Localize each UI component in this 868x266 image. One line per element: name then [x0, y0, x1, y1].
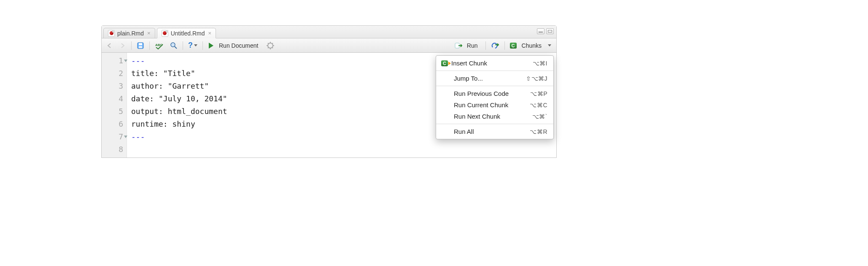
rerun-button[interactable] [489, 41, 501, 51]
separator [504, 41, 505, 50]
menu-item-shortcut: ⌥⌘C [530, 102, 547, 109]
window-controls [537, 28, 554, 34]
line-number: 1 [102, 54, 123, 67]
forward-button[interactable] [118, 41, 128, 51]
separator [131, 41, 132, 50]
menu-item[interactable]: Run All⌥⌘R [436, 126, 553, 137]
svg-text:ABC: ABC [155, 43, 163, 47]
back-button[interactable] [105, 41, 115, 51]
close-icon[interactable]: × [208, 30, 212, 36]
rmd-file-icon [108, 30, 115, 37]
minimize-button[interactable] [537, 28, 545, 34]
menu-item[interactable]: CInsert Chunk⌥⌘I [436, 57, 553, 69]
chevron-down-icon [194, 44, 197, 46]
close-icon[interactable]: × [147, 30, 151, 36]
save-button[interactable] [135, 41, 146, 51]
menu-item-shortcut: ⇧⌥⌘J [526, 75, 547, 82]
svg-line-14 [272, 43, 273, 44]
menu-item-label: Insert Chunk [451, 60, 487, 67]
settings-button[interactable] [265, 41, 276, 51]
menu-separator [436, 86, 553, 86]
menu-separator [436, 71, 553, 71]
svg-rect-1 [139, 43, 142, 45]
spellcheck-button[interactable]: ABC [153, 41, 166, 51]
line-number: 7 [102, 130, 123, 143]
svg-line-11 [268, 43, 269, 44]
code-line[interactable] [131, 143, 552, 156]
menu-item[interactable]: Run Next Chunk⌥⌘` [436, 111, 553, 122]
help-button[interactable]: ? [186, 41, 199, 51]
chunks-button[interactable]: C Chunks [508, 41, 553, 51]
menu-item-shortcut: ⌥⌘P [530, 90, 547, 97]
line-number: 5 [102, 105, 123, 118]
line-number: 4 [102, 92, 123, 105]
run-button[interactable]: Run [453, 41, 482, 51]
chunk-icon: C [510, 43, 517, 49]
tab-plain[interactable]: plain.Rmd × [103, 28, 155, 38]
chevron-down-icon [548, 44, 551, 46]
rmd-file-icon [162, 30, 168, 37]
maximize-button[interactable] [546, 28, 554, 34]
tab-label: Untitled.Rmd [171, 30, 205, 37]
menu-item-shortcut: ⌥⌘I [533, 60, 547, 67]
svg-line-12 [272, 47, 273, 48]
tab-bar: plain.Rmd × Untitled.Rmd × [102, 26, 556, 38]
menu-item-shortcut: ⌥⌘` [532, 113, 547, 120]
menu-item-label: Run All [454, 128, 474, 135]
run-document-label: Run Document [216, 42, 261, 49]
separator [202, 41, 203, 50]
chunks-menu: CInsert Chunk⌥⌘IJump To...⇧⌥⌘JRun Previo… [436, 55, 554, 139]
svg-line-13 [268, 47, 269, 48]
separator [485, 41, 486, 50]
line-number: 2 [102, 67, 123, 80]
separator [149, 41, 150, 50]
menu-item[interactable]: Run Current Chunk⌥⌘C [436, 99, 553, 111]
line-number: 3 [102, 80, 123, 92]
svg-rect-2 [139, 46, 142, 48]
line-number: 6 [102, 118, 123, 130]
find-button[interactable] [168, 41, 179, 51]
separator [183, 41, 183, 50]
insert-chunk-icon: C [441, 60, 448, 66]
toolbar: ABC ? Run Document Run C Chunks [102, 38, 556, 53]
menu-item-shortcut: ⌥⌘R [530, 128, 547, 135]
menu-item-label: Jump To... [454, 75, 483, 82]
menu-item-label: Run Current Chunk [454, 101, 508, 109]
menu-item[interactable]: Jump To...⇧⌥⌘J [436, 73, 553, 84]
run-document-button[interactable]: Run Document [206, 41, 262, 51]
menu-item-label: Run Previous Code [454, 90, 509, 97]
run-label: Run [464, 42, 480, 49]
editor-window: plain.Rmd × Untitled.Rmd × ABC [101, 25, 557, 158]
line-number: 8 [102, 143, 123, 156]
menu-item-label: Run Next Chunk [454, 113, 500, 120]
tab-label: plain.Rmd [117, 30, 144, 37]
chunks-label: Chunks [519, 42, 544, 49]
svg-line-5 [175, 46, 177, 49]
svg-point-4 [171, 43, 175, 47]
line-number-gutter: 12345678 [102, 53, 127, 157]
tab-untitled[interactable]: Untitled.Rmd × [157, 28, 216, 38]
menu-separator [436, 124, 553, 124]
menu-item[interactable]: Run Previous Code⌥⌘P [436, 88, 553, 99]
